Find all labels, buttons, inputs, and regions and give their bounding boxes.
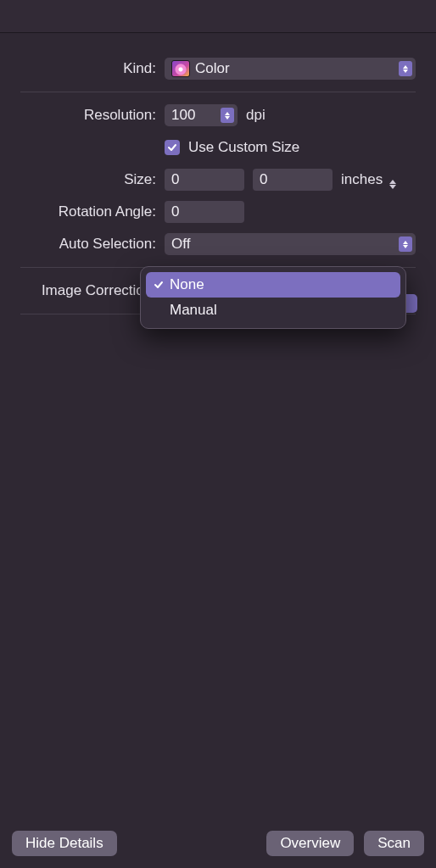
chevron-updown-icon xyxy=(399,61,412,76)
row-use-custom-size: Use Custom Size xyxy=(20,131,416,164)
footer-toolbar: Hide Details Overview Scan xyxy=(0,819,436,868)
use-custom-size-checkbox[interactable] xyxy=(165,140,180,155)
scan-button[interactable]: Scan xyxy=(364,831,424,856)
checkmark-icon xyxy=(167,142,177,153)
use-custom-size-label: Use Custom Size xyxy=(188,139,299,156)
row-size: Size: inches xyxy=(20,164,416,196)
row-rotation-angle: Rotation Angle: xyxy=(20,196,416,228)
kind-icon xyxy=(171,60,190,77)
hide-details-button[interactable]: Hide Details xyxy=(12,831,117,856)
label-auto-selection: Auto Selection: xyxy=(20,236,165,253)
dropdown-item-label: None xyxy=(170,276,204,293)
chevron-updown-icon xyxy=(221,108,234,123)
checkmark-icon xyxy=(153,280,165,290)
kind-popup[interactable]: Color xyxy=(165,58,416,80)
rotation-angle-input[interactable] xyxy=(165,201,244,223)
label-resolution: Resolution: xyxy=(20,107,165,124)
overview-button[interactable]: Overview xyxy=(266,831,354,856)
row-kind: Kind: Color xyxy=(20,53,416,92)
auto-selection-popup[interactable]: Off xyxy=(165,233,416,255)
dropdown-item-label: Manual xyxy=(170,302,217,319)
image-correction-dropdown[interactable]: None Manual xyxy=(140,266,406,329)
auto-selection-value: Off xyxy=(171,236,190,253)
label-kind: Kind: xyxy=(20,60,165,77)
resolution-unit: dpi xyxy=(246,107,266,124)
dropdown-item-manual[interactable]: Manual xyxy=(146,298,400,323)
row-auto-selection: Auto Selection: Off xyxy=(20,228,416,268)
size-height-input[interactable] xyxy=(253,169,333,191)
size-width-input[interactable] xyxy=(165,169,244,191)
resolution-popup[interactable]: 100 xyxy=(165,104,238,126)
kind-value: Color xyxy=(195,60,230,77)
chevron-updown-icon xyxy=(399,236,412,252)
row-resolution: Resolution: 100 dpi xyxy=(20,99,416,131)
settings-panel: Kind: Color Resolution: 100 dpi xyxy=(0,32,436,868)
resolution-value: 100 xyxy=(171,107,195,124)
chevron-updown-icon xyxy=(389,180,396,189)
dropdown-item-none[interactable]: None xyxy=(146,272,400,298)
size-unit-select[interactable]: inches xyxy=(341,171,396,189)
window-titlebar xyxy=(0,0,436,33)
label-size: Size: xyxy=(20,171,165,188)
label-rotation-angle: Rotation Angle: xyxy=(20,203,165,220)
